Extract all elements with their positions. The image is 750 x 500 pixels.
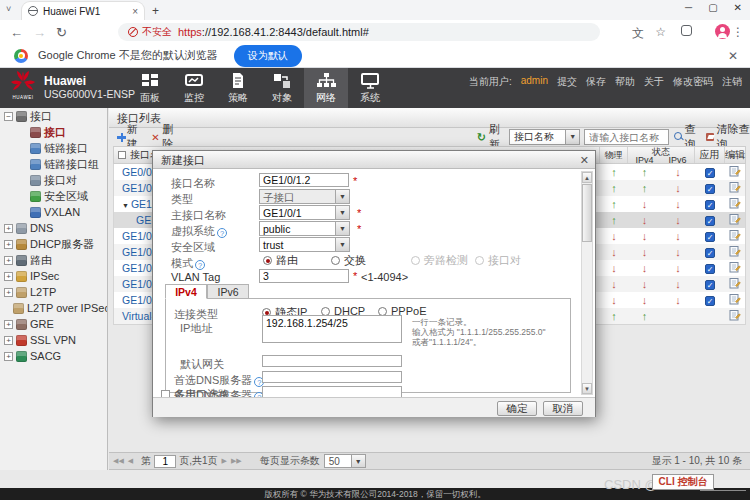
apply-checkbox[interactable]: ✓ (705, 248, 715, 258)
address-bar[interactable]: 不安全 https://192.168.41.2:8443/default.ht… (118, 23, 600, 41)
tab-IPv4[interactable]: IPv4 (165, 284, 207, 299)
search-input[interactable] (584, 129, 669, 145)
back-button[interactable]: ← (10, 25, 23, 40)
sidebar-item-链路接口组[interactable]: 链路接口组 (0, 156, 107, 172)
sidebar-item-路由[interactable]: +路由 (0, 252, 107, 268)
apply-checkbox[interactable]: ✓ (705, 264, 715, 274)
nav-item-面板[interactable]: 面板 (128, 68, 172, 108)
expand-icon[interactable]: + (4, 336, 13, 345)
expand-triangle-icon[interactable]: ▼ (122, 202, 129, 209)
interface-name-input[interactable] (259, 173, 349, 187)
help-icon[interactable]: ? (217, 228, 227, 238)
ok-button[interactable]: 确定 (497, 401, 537, 416)
first-page-icon[interactable]: ◀◀ (113, 457, 124, 465)
user-menu-link-关于[interactable]: 关于 (644, 75, 664, 89)
multi-egress-checkbox-row[interactable]: 多出口选路 (161, 387, 229, 397)
apply-checkbox[interactable]: ✓ (705, 296, 715, 306)
cli-console-button[interactable]: CLI 控制台 (652, 474, 714, 490)
edit-icon[interactable] (729, 261, 741, 273)
tab-IPv6[interactable]: IPv6 (207, 284, 249, 299)
collapse-icon[interactable]: − (4, 112, 13, 121)
edit-icon[interactable] (729, 293, 741, 305)
sidebar-item-DNS[interactable]: +DNS (0, 220, 107, 236)
parent-interface-select[interactable]: GE1/0/1▼ (259, 205, 350, 220)
col-apply[interactable]: 应用 (695, 147, 725, 163)
apply-checkbox[interactable]: ✓ (705, 232, 715, 242)
expand-icon[interactable]: + (4, 224, 13, 233)
apply-checkbox[interactable]: ✓ (705, 168, 715, 178)
sidebar-item-接口[interactable]: −接口 (0, 108, 107, 124)
forward-button[interactable]: → (33, 25, 46, 40)
security-zone-select[interactable]: trust▼ (259, 237, 350, 252)
cancel-button[interactable]: 取消 (543, 401, 583, 416)
apply-checkbox[interactable]: ✓ (705, 184, 715, 194)
sidebar-item-L2TP over IPSec[interactable]: L2TP over IPSec (0, 300, 107, 316)
radio-旁路检测[interactable]: 旁路检测 (411, 253, 468, 268)
vsys-select[interactable]: public▼ (259, 221, 350, 236)
apply-checkbox[interactable]: ✓ (705, 200, 715, 210)
sidebar-item-SSL VPN[interactable]: +SSL VPN (0, 332, 107, 348)
edit-icon[interactable] (729, 245, 741, 257)
edit-icon[interactable] (729, 181, 741, 193)
radio-交换[interactable]: 交换 (331, 253, 366, 268)
radio-接口对[interactable]: 接口对 (475, 253, 521, 268)
type-select[interactable]: 子接口▼ (259, 189, 350, 204)
bookmark-star-icon[interactable]: ☆ (655, 25, 666, 39)
multi-egress-checkbox[interactable] (161, 390, 170, 397)
user-menu-link-注销[interactable]: 注销 (722, 75, 742, 89)
tab-close-icon[interactable]: × (132, 6, 138, 17)
expand-icon[interactable]: + (4, 256, 13, 265)
sidebar-item-L2TP[interactable]: +L2TP (0, 284, 107, 300)
vlan-tag-input[interactable] (259, 269, 349, 283)
filter-field-select[interactable]: 接口名称 ▼ (509, 129, 580, 145)
user-menu-link-保存[interactable]: 保存 (586, 75, 606, 89)
secondary-dns-input[interactable] (262, 386, 402, 397)
default-gateway-input[interactable] (262, 355, 402, 367)
last-page-icon[interactable]: ▶▶ (231, 457, 242, 465)
edit-icon[interactable] (729, 277, 741, 289)
next-page-icon[interactable]: ▶ (222, 457, 227, 465)
new-tab-button[interactable]: + (152, 4, 159, 18)
col-physical[interactable]: 物理 (600, 147, 628, 163)
sidebar-item-DHCP服务器[interactable]: +DHCP服务器 (0, 236, 107, 252)
notification-close-icon[interactable]: ✕ (728, 49, 738, 63)
expand-icon[interactable]: + (4, 352, 13, 361)
window-maximize-button[interactable]: ▢ (708, 2, 717, 13)
tab-search-icon[interactable]: ˅ (6, 4, 11, 14)
apply-checkbox[interactable]: ✓ (705, 280, 715, 290)
nav-item-网络[interactable]: 网络 (304, 68, 348, 108)
scroll-down-icon[interactable]: ▼ (582, 383, 592, 394)
nav-item-策略[interactable]: 策略 (216, 68, 260, 108)
help-icon[interactable]: ? (195, 260, 205, 270)
user-menu-link-修改密码[interactable]: 修改密码 (673, 75, 713, 89)
edit-icon[interactable] (729, 197, 741, 209)
user-menu-link-提交[interactable]: 提交 (557, 75, 577, 89)
select-all-checkbox[interactable] (118, 151, 126, 159)
sidebar-item-链路接口[interactable]: 链路接口 (0, 140, 107, 156)
dialog-close-icon[interactable]: ✕ (580, 151, 589, 169)
window-minimize-button[interactable]: ─ (685, 2, 692, 13)
scrollbar-thumb[interactable] (582, 184, 592, 242)
ip-address-textarea[interactable]: 192.168.1.254/25 (262, 315, 402, 343)
col-ipv4[interactable]: IPv4 (628, 156, 661, 164)
edit-icon[interactable] (729, 213, 741, 225)
sidebar-item-接口对[interactable]: 接口对 (0, 172, 107, 188)
apply-checkbox[interactable]: ✓ (705, 216, 715, 226)
sidebar-item-接口[interactable]: 接口 (0, 124, 107, 140)
edit-icon[interactable] (729, 165, 741, 177)
sidebar-item-IPSec[interactable]: +IPSec (0, 268, 107, 284)
nav-item-对象[interactable]: 对象 (260, 68, 304, 108)
edit-icon[interactable] (729, 229, 741, 241)
dialog-title-bar[interactable]: 新建接口 ✕ (153, 151, 595, 169)
extensions-icon[interactable] (681, 25, 692, 36)
expand-icon[interactable]: + (4, 240, 13, 249)
primary-dns-input[interactable] (262, 371, 402, 383)
sidebar-item-VXLAN[interactable]: VXLAN (0, 204, 107, 220)
nav-item-监控[interactable]: 监控 (172, 68, 216, 108)
page-number-input[interactable] (154, 455, 176, 468)
translate-icon[interactable]: 文 (632, 25, 644, 42)
expand-icon[interactable]: + (4, 320, 13, 329)
expand-icon[interactable]: + (4, 288, 13, 297)
sidebar-item-安全区域[interactable]: 安全区域 (0, 188, 107, 204)
user-menu-link-帮助[interactable]: 帮助 (615, 75, 635, 89)
